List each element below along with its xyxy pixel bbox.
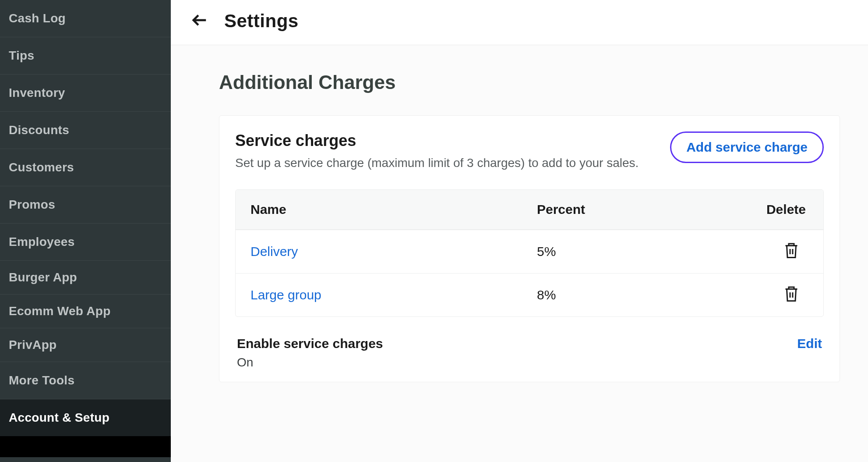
service-charges-table: Name Percent Delete Delivery 5% [235, 189, 824, 317]
add-service-charge-button[interactable]: Add service charge [670, 131, 824, 163]
service-charge-name-link[interactable]: Delivery [251, 244, 537, 259]
sidebar-item-inventory[interactable]: Inventory [0, 74, 171, 111]
main: Settings Additional Charges Service char… [171, 0, 868, 462]
enable-service-charges-row: Enable service charges On Edit [235, 336, 824, 370]
enable-service-charges-status: On [237, 355, 383, 370]
sidebar-item-discounts[interactable]: Discounts [0, 111, 171, 149]
trash-icon [783, 285, 799, 306]
enable-service-charges-label: Enable service charges [237, 336, 383, 351]
delete-service-charge-button[interactable] [782, 286, 801, 304]
back-button[interactable] [190, 11, 209, 31]
sidebar-bottom-bar [0, 436, 171, 457]
sidebar-item-privapp[interactable]: PrivApp [0, 328, 171, 362]
sidebar-item-customers[interactable]: Customers [0, 149, 171, 186]
service-charges-card: Service charges Set up a service charge … [219, 115, 840, 382]
sidebar-item-promos[interactable]: Promos [0, 186, 171, 223]
service-charges-header: Service charges Set up a service charge … [235, 131, 824, 170]
table-header: Name Percent Delete [236, 190, 823, 230]
arrow-left-icon [191, 12, 208, 30]
column-header-name: Name [251, 202, 537, 217]
table-row: Large group 8% [236, 273, 823, 316]
service-charge-percent: 5% [537, 244, 695, 259]
page-title: Additional Charges [219, 71, 840, 93]
page-header-title: Settings [224, 11, 299, 32]
column-header-delete: Delete [695, 202, 808, 217]
sidebar-item-account-setup[interactable]: Account & Setup [0, 399, 171, 436]
content: Additional Charges Service charges Set u… [171, 45, 868, 382]
sidebar-item-more-tools[interactable]: More Tools [0, 362, 171, 399]
trash-icon [783, 242, 799, 262]
service-charges-description: Set up a service charge (maximum limit o… [235, 156, 639, 170]
sidebar: Cash Log Tips Inventory Discounts Custom… [0, 0, 171, 462]
enable-service-charges-edit-link[interactable]: Edit [797, 336, 822, 351]
service-charge-name-link[interactable]: Large group [251, 288, 537, 302]
sidebar-item-tips[interactable]: Tips [0, 37, 171, 74]
sidebar-item-cash-log[interactable]: Cash Log [0, 0, 171, 37]
topbar: Settings [171, 0, 868, 45]
service-charges-heading: Service charges [235, 131, 639, 150]
delete-service-charge-button[interactable] [782, 242, 801, 261]
table-row: Delivery 5% [236, 230, 823, 273]
sidebar-item-burger-app[interactable]: Burger App [0, 260, 171, 294]
column-header-percent: Percent [537, 202, 695, 217]
sidebar-item-employees[interactable]: Employees [0, 223, 171, 260]
service-charge-percent: 8% [537, 288, 695, 302]
sidebar-item-ecomm-web-app[interactable]: Ecomm Web App [0, 294, 171, 328]
